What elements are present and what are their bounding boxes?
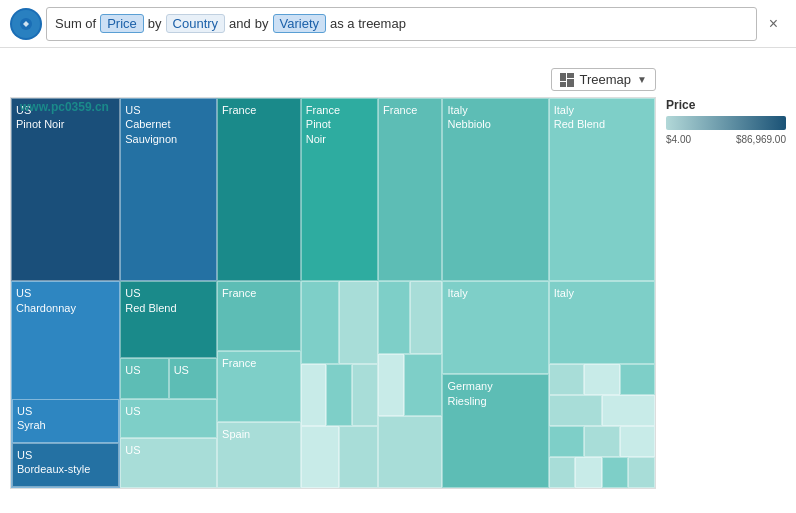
- small-cells-area: [549, 364, 655, 488]
- cells-us-us-row: US US: [120, 358, 217, 399]
- cell-france-3-label: France: [222, 356, 256, 370]
- sub-c-3: [378, 354, 404, 416]
- sub-c-4: [404, 354, 443, 416]
- cell-italy-b-label: Italy: [554, 286, 574, 300]
- search-bar: Sum of Price by Country and by Variety a…: [0, 0, 796, 48]
- cell-italy-red-blend: ItalyRed Blend: [549, 98, 655, 281]
- legend-panel: Price $4.00 $86,969.00: [666, 68, 786, 489]
- france-pn-col: FrancePinotNoir: [301, 98, 378, 488]
- sm-9: [549, 457, 576, 488]
- watermark: www.pc0359.cn: [20, 100, 796, 114]
- viz-selector-area: Treemap ▼: [10, 68, 656, 91]
- svg-rect-4: [560, 82, 566, 87]
- right-area: ItalyNebbiolo ItalyRed Blend Italy Germ: [442, 98, 655, 488]
- sub-cell-4: [326, 364, 351, 426]
- cell-france-top: France: [217, 98, 301, 281]
- sub-cell-6: [301, 426, 340, 488]
- sub-cell-3: [301, 364, 326, 426]
- cell-us-syrah: USSyrah: [12, 399, 119, 443]
- viz-type-select[interactable]: Treemap ▼: [551, 68, 656, 91]
- and-text: and: [229, 16, 251, 31]
- sm-8: [620, 426, 655, 457]
- cell-us-chardonnay-label: USChardonnay: [16, 286, 76, 315]
- legend-max: $86,969.00: [736, 134, 786, 145]
- variety-token[interactable]: Variety: [273, 14, 327, 33]
- cell-italy-b: Italy: [549, 281, 655, 364]
- cell-france-c: France: [378, 98, 442, 281]
- cell-us-chardonnay-main: USChardonnay: [12, 282, 119, 399]
- cell-italy-nebbiolo: ItalyNebbiolo: [442, 98, 548, 281]
- search-prefix: Sum of: [55, 16, 96, 31]
- cell-france-2: France: [217, 281, 301, 351]
- treemap-visualization: USPinot Noir USCabernet Sauvignon USChar…: [10, 97, 656, 489]
- sm-11: [602, 457, 629, 488]
- search-input[interactable]: Sum of Price by Country and by Variety a…: [46, 7, 757, 41]
- sm-6: [549, 426, 584, 457]
- france-c-sub: [378, 281, 442, 488]
- svg-rect-1: [560, 73, 566, 81]
- app-logo: [10, 8, 42, 40]
- cell-spain-label: Spain: [222, 427, 250, 441]
- italy-bottom-row: Italy GermanyRiesling Italy: [442, 281, 655, 488]
- cell-spain: Spain: [217, 422, 301, 488]
- cell-us-syrah-label: USSyrah: [17, 404, 46, 433]
- by2-text: by: [255, 16, 269, 31]
- sm-7: [584, 426, 620, 457]
- cell-italy-a-label: Italy: [447, 286, 467, 300]
- cell-france-2-label: France: [222, 286, 256, 300]
- france-col: France France France Spain: [217, 98, 301, 488]
- search-suffix: as a treemap: [330, 16, 406, 31]
- close-button[interactable]: ×: [761, 11, 786, 37]
- cell-us-a-label: US: [125, 363, 140, 377]
- sm-2: [584, 364, 620, 395]
- cell-italy-a: Italy: [442, 281, 548, 374]
- cell-us-red-blend-label: USRed Blend: [125, 286, 176, 315]
- cell-us-b: US: [169, 358, 217, 399]
- italy-sub-col: Italy: [549, 281, 655, 488]
- sub-cell-1: [301, 281, 340, 364]
- cell-us-d: US: [120, 438, 217, 488]
- sm-4: [549, 395, 602, 426]
- cell-us-d-label: US: [125, 443, 140, 457]
- cell-germany-riesling: GermanyRiesling: [442, 374, 548, 488]
- sm-12: [628, 457, 655, 488]
- legend-gradient: [666, 116, 786, 130]
- price-token[interactable]: Price: [100, 14, 144, 33]
- cell-us-c-label: US: [125, 404, 140, 418]
- cell-us-syrah-bordeaux: USSyrah USBordeaux-style: [12, 399, 119, 487]
- svg-rect-2: [567, 73, 574, 78]
- by1-text: by: [148, 16, 162, 31]
- legend-labels: $4.00 $86,969.00: [666, 134, 786, 145]
- italy-top-row: ItalyNebbiolo ItalyRed Blend: [442, 98, 655, 281]
- sm-1: [549, 364, 584, 395]
- cell-france-3: France: [217, 351, 301, 421]
- treemap-viz-icon: [560, 73, 574, 87]
- cell-us-red-blend: USRed Blend: [120, 281, 217, 357]
- country-token[interactable]: Country: [166, 14, 226, 33]
- sub-c-2: [410, 281, 442, 353]
- france-col-2: France: [378, 98, 442, 488]
- cell-us-bordeaux-label: USBordeaux-style: [17, 448, 90, 477]
- cell-france-pn: FrancePinotNoir: [301, 98, 378, 281]
- legend-min: $4.00: [666, 134, 691, 145]
- viz-type-label: Treemap: [580, 72, 632, 87]
- sm-5: [602, 395, 655, 426]
- dropdown-arrow-icon: ▼: [637, 74, 647, 85]
- cell-us-chardonnay: USChardonnay USSyrah USBordeaux-style: [11, 281, 120, 488]
- france-pn-sub: [301, 281, 378, 488]
- cell-us-red-blend-col: USRed Blend US US US: [120, 281, 217, 488]
- cell-us-bordeaux: USBordeaux-style: [12, 443, 119, 487]
- cell-us-c: US: [120, 399, 217, 438]
- cell-us-pinot-noir: USPinot Noir: [11, 98, 120, 281]
- svg-rect-3: [567, 79, 574, 87]
- sm-10: [575, 457, 602, 488]
- sm-3: [620, 364, 655, 395]
- sub-cell-2: [339, 281, 378, 364]
- cell-germany-riesling-label: GermanyRiesling: [447, 379, 492, 408]
- cell-us-b-label: US: [174, 363, 189, 377]
- sub-cell-5: [352, 364, 378, 426]
- cell-us-cabernet: USCabernet Sauvignon: [120, 98, 217, 281]
- cell-us-a: US: [120, 358, 168, 399]
- sub-cell-7: [339, 426, 378, 488]
- italy-germany-col: Italy GermanyRiesling: [442, 281, 548, 488]
